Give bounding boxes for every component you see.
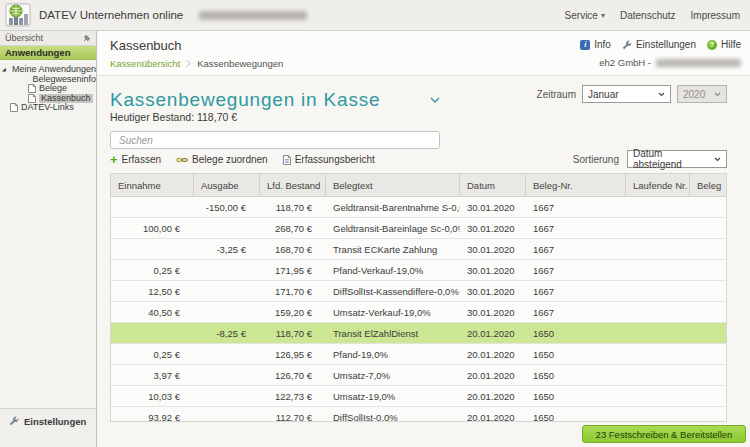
table-row[interactable]: 10,03 € 122,73 € Umsatz-19,0% 20.01.2020… (111, 386, 726, 407)
app-title: DATEV Unternehmen online (39, 9, 183, 21)
breadcrumb: Kassenübersicht Kassenbewegungen (110, 58, 283, 69)
einstellungen-link[interactable]: Einstellungen (622, 39, 696, 50)
cell-datum: 30.01.2020 (460, 197, 526, 217)
cell-beleg (690, 218, 726, 238)
belege-zuordnen-label: Belege zuordnen (192, 154, 268, 165)
sidebar-section-label: Anwendungen (5, 47, 70, 58)
erfassungsbericht-button[interactable]: Erfassungsbericht (283, 154, 375, 165)
breadcrumb-kassenbewegungen: Kassenbewegungen (197, 58, 283, 69)
redacted-username (199, 11, 307, 20)
belege-zuordnen-button[interactable]: Belege zuordnen (176, 154, 268, 165)
cell-lfd-bestand: 171,95 € (260, 260, 326, 280)
table-row[interactable]: 0,25 € 126,95 € Pfand-19,0% 20.01.2020 1… (111, 344, 726, 365)
impressum-link[interactable]: Impressum (691, 10, 740, 21)
einstellungen-label: Einstellungen (636, 39, 696, 50)
cell-datum: 20.01.2020 (460, 407, 526, 422)
sidebar-section-anwendungen[interactable]: Anwendungen (0, 46, 96, 60)
report-document-icon (283, 155, 291, 165)
cell-einnahme: 3,97 € (111, 365, 194, 385)
page-title: Kassenbuch (110, 38, 182, 53)
cell-belegtext: Umsatz-7,0% (326, 365, 460, 385)
sidebar-einstellungen-label: Einstellungen (24, 416, 86, 427)
wrench-icon (9, 416, 19, 426)
table-row[interactable]: 0,25 € 171,95 € Pfand-Verkauf-19,0% 30.0… (111, 260, 726, 281)
cell-einnahme: 0,25 € (111, 260, 194, 280)
cell-laufende-nr (626, 281, 690, 301)
hilfe-label: Hilfe (721, 39, 741, 50)
year-value: 2020 (683, 89, 705, 100)
year-select[interactable]: 2020 (677, 85, 727, 103)
cell-beleg (690, 365, 726, 385)
month-select[interactable]: Januar (582, 85, 671, 103)
cell-belegtext: Umsatz-Verkauf-19,0% (326, 302, 460, 322)
cell-beleg-nr: 1667 (526, 197, 626, 217)
column-header-laufende-nr: Laufende Nr. (626, 174, 690, 196)
table-row[interactable]: -150,00 € 118,70 € Geldtransit-Barentnah… (111, 197, 726, 218)
current-balance: Heutiger Bestand: 118,70 € (110, 111, 237, 123)
festschreiben-bereitstellen-button[interactable]: 23 Festschreiben & Bereitstellen (582, 425, 746, 443)
table-row[interactable]: 93,92 € 112,70 € DiffSollIst-0,0% 20.01.… (111, 407, 726, 422)
zeitraum-control: Zeitraum Januar 2020 (537, 85, 727, 103)
column-header-ausgabe: Ausgabe (194, 174, 260, 196)
breadcrumb-kassenuebersicht[interactable]: Kassenübersicht (110, 58, 180, 69)
erfassen-button[interactable]: + Erfassen (110, 154, 161, 165)
pin-icon[interactable] (83, 34, 91, 42)
cell-datum: 30.01.2020 (460, 281, 526, 301)
sort-label: Sortierung (573, 154, 619, 165)
table-row[interactable]: -8,25 € 118,70 € Transit ElZahlDienst 20… (111, 323, 726, 344)
tree-item-label: DATEV-Links (21, 103, 74, 113)
cell-datum: 20.01.2020 (460, 323, 526, 343)
cell-laufende-nr (626, 239, 690, 259)
cell-lfd-bestand: 126,70 € (260, 365, 326, 385)
search-input[interactable] (110, 131, 440, 149)
tree-expander-icon[interactable]: ◢ (2, 65, 6, 75)
sort-select[interactable]: Datum absteigend (627, 150, 727, 168)
cell-laufende-nr (626, 344, 690, 364)
cell-ausgabe (194, 281, 260, 301)
cell-beleg (690, 407, 726, 422)
table-row[interactable]: 40,50 € 159,20 € Umsatz-Verkauf-19,0% 30… (111, 302, 726, 323)
cell-lfd-bestand: 159,20 € (260, 302, 326, 322)
hilfe-link[interactable]: ? Hilfe (707, 39, 741, 50)
cell-datum: 30.01.2020 (460, 302, 526, 322)
cell-einnahme (111, 239, 194, 259)
content-area: Kassenbewegungen in Kasse Zeitraum Janua… (98, 77, 750, 447)
main-area: Kassenbuch i Info Einstellungen ? Hilfe (98, 31, 750, 447)
chevron-right-icon (186, 60, 191, 67)
cell-lfd-bestand: 122,73 € (260, 386, 326, 406)
cell-datum: 20.01.2020 (460, 386, 526, 406)
sidebar-einstellungen[interactable]: Einstellungen (0, 408, 96, 447)
application-tree: ◢ Meine Anwendungen Belegweseninfo Beleg… (0, 65, 96, 113)
tree-item-datev-links[interactable]: DATEV-Links (0, 103, 96, 113)
cell-beleg-nr: 1650 (526, 344, 626, 364)
cell-datum: 20.01.2020 (460, 344, 526, 364)
table-row[interactable]: 3,97 € 126,70 € Umsatz-7,0% 20.01.2020 1… (111, 365, 726, 386)
table-row[interactable]: 100,00 € 268,70 € Geldtransit-Bareinlage… (111, 218, 726, 239)
cell-einnahme: 40,50 € (111, 302, 194, 322)
sidebar-panel-title: Übersicht (5, 33, 43, 43)
heading-chevron-down-icon[interactable] (430, 97, 440, 104)
cell-ausgabe (194, 218, 260, 238)
service-menu[interactable]: Service ▾ (565, 10, 605, 21)
cell-datum: 30.01.2020 (460, 260, 526, 280)
service-label: Service (565, 10, 598, 21)
cell-beleg-nr: 1650 (526, 323, 626, 343)
erfassungsbericht-label: Erfassungsbericht (295, 154, 375, 165)
top-bar: DATEV Unternehmen online Service ▾ Daten… (0, 0, 750, 31)
column-header-beleg: Beleg (690, 174, 726, 196)
column-header-einnahme: Einnahme (111, 174, 194, 196)
cell-beleg (690, 239, 726, 259)
table-header-row: Einnahme Ausgabe Lfd. Bestand Belegtext … (111, 174, 726, 197)
datenschutz-link[interactable]: Datenschutz (620, 10, 676, 21)
cell-ausgabe (194, 407, 260, 422)
cell-ausgabe (194, 344, 260, 364)
info-link[interactable]: i Info (580, 39, 611, 50)
column-header-datum: Datum (460, 174, 526, 196)
cell-laufende-nr (626, 218, 690, 238)
cell-beleg (690, 260, 726, 280)
page-header-links: i Info Einstellungen ? Hilfe (580, 39, 741, 50)
table-row[interactable]: -3,25 € 168,70 € Transit ECKarte Zahlung… (111, 239, 726, 260)
table-row[interactable]: 12,50 € 171,70 € DiffSollIst-Kassendiffe… (111, 281, 726, 302)
cell-beleg-nr: 1667 (526, 260, 626, 280)
help-icon: ? (707, 40, 717, 50)
